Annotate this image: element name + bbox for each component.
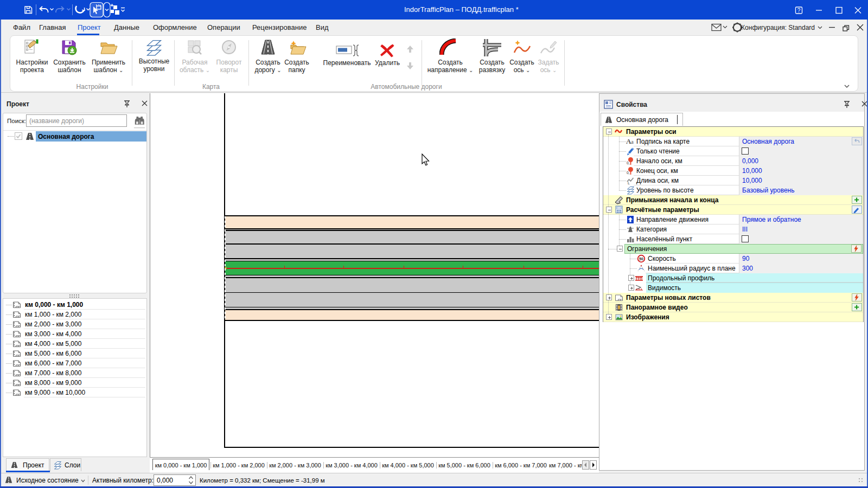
- svg-text:50: 50: [639, 257, 643, 261]
- svg-text:0,: 0,: [627, 171, 630, 175]
- svg-text:?: ?: [797, 8, 801, 14]
- svg-text:0,: 0,: [627, 161, 630, 165]
- svg-text:L: L: [628, 181, 630, 185]
- svg-text:Конфигурация: Standard: Конфигурация: Standard: [741, 24, 815, 31]
- svg-text:a: a: [631, 138, 634, 145]
